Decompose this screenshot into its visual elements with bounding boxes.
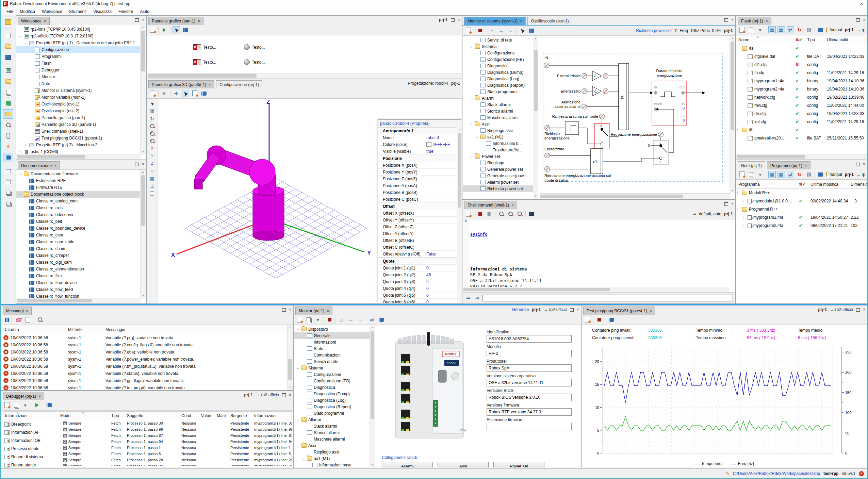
tab-workspace[interactable]: Workspace× bbox=[18, 17, 50, 25]
message-row[interactable]: ✕ 10/03/2022 10:36:58 sysm-1 Variabile (… bbox=[1, 341, 293, 348]
tree-item[interactable]: Stato programmi bbox=[463, 88, 533, 95]
help-query-icon[interactable]: ? bbox=[674, 28, 677, 33]
help-book-icon[interactable] bbox=[182, 27, 189, 33]
float-icon[interactable] bbox=[282, 393, 286, 397]
tree-item[interactable]: Shell comandi (shell-1) bbox=[16, 128, 141, 135]
refresh-icon[interactable]: ↻ bbox=[796, 171, 803, 178]
col-cond[interactable]: Cond bbox=[179, 413, 199, 418]
select-mode-icon[interactable] bbox=[182, 90, 189, 97]
close-icon[interactable]: × bbox=[44, 19, 46, 23]
property-row[interactable]: Posizione Y (posY) bbox=[378, 169, 457, 176]
tree-item[interactable]: Diagnostica bbox=[294, 384, 370, 391]
properties-icon[interactable] bbox=[149, 90, 156, 97]
tree-item[interactable]: Stato programmi bbox=[294, 410, 370, 416]
tree-item[interactable]: Pannello grafico (pan-1) bbox=[16, 114, 141, 121]
property-value[interactable]: robot-4 bbox=[426, 135, 457, 140]
properties-icon[interactable] bbox=[465, 211, 472, 217]
tree-item[interactable]: Monitor di sistema (sysm-1) bbox=[16, 87, 141, 94]
float-icon[interactable] bbox=[724, 202, 728, 206]
col-messaggio[interactable]: Messaggio bbox=[103, 327, 127, 332]
build-all-icon[interactable]: ▦ bbox=[778, 171, 785, 178]
tab-messaggi[interactable]: Messaggi× bbox=[3, 307, 32, 315]
stop-icon[interactable] bbox=[326, 316, 333, 323]
dropdown-icon[interactable]: ▾ bbox=[22, 402, 29, 408]
device-icon[interactable] bbox=[3, 66, 13, 75]
col-informazioni[interactable]: Informazioni bbox=[252, 413, 278, 418]
close-button[interactable]: ✕ bbox=[856, 2, 867, 6]
table-row[interactable]: rte.cfg ✔ config 19/04/2021 14:23:33 bbox=[736, 110, 867, 118]
tree-item[interactable]: › ax1 (M1) bbox=[294, 455, 370, 462]
property-value[interactable]: 0 bbox=[426, 300, 457, 303]
tree-item[interactable]: Diagnostica (Log) bbox=[463, 76, 533, 82]
property-row[interactable]: Offset bbox=[378, 203, 457, 210]
scroll-lock-icon[interactable] bbox=[486, 211, 493, 217]
back-icon[interactable]: ← bbox=[498, 27, 505, 34]
property-row[interactable]: Posizione Z (posZ) bbox=[378, 176, 457, 182]
monitor-tree-scrollbar[interactable]: ▲▼ bbox=[370, 325, 375, 467]
tree-item[interactable]: Programmi bbox=[16, 53, 141, 60]
expander-icon[interactable]: › bbox=[60, 427, 62, 431]
tree-item[interactable]: › Power set bbox=[463, 153, 533, 160]
property-row[interactable]: Quota joint 1 (qj1) 0 bbox=[378, 265, 457, 271]
tree-item[interactable]: Informazioni bbox=[294, 339, 370, 345]
expander-icon[interactable]: › bbox=[296, 418, 300, 422]
property-value[interactable]: true bbox=[426, 149, 457, 154]
field-value[interactable] bbox=[487, 394, 572, 401]
help-book-icon[interactable] bbox=[608, 316, 615, 323]
message-row[interactable]: ✕ 10/03/2022 10:36:58 sysm-1 Variabile (… bbox=[1, 348, 293, 356]
tree-item[interactable]: › ax1 (M1) bbox=[463, 134, 533, 140]
maximize-button[interactable]: □ bbox=[844, 2, 856, 6]
workspace-scrollbar[interactable]: ▲▼ bbox=[140, 25, 146, 154]
expander-icon[interactable]: › bbox=[18, 149, 22, 154]
col-soggetto[interactable]: Soggetto bbox=[125, 413, 179, 418]
save-icon[interactable] bbox=[3, 52, 13, 62]
send-command-icon[interactable]: ⇒ bbox=[465, 295, 472, 301]
property-value[interactable]: 45 bbox=[426, 272, 457, 277]
close-icon[interactable]: × bbox=[26, 309, 28, 313]
close-icon[interactable]: × bbox=[198, 19, 200, 23]
tree-item[interactable]: Riepilogo assi bbox=[463, 127, 533, 134]
properties-window-title[interactable]: pan3d-1:robot-4 (Proprietà) bbox=[378, 120, 461, 127]
table-row[interactable]: › myprogram2.r4a ✔ 09/02/2022 17:21:21 1… bbox=[736, 221, 867, 230]
tree-item[interactable]: › Documentazione firmware bbox=[16, 170, 141, 177]
tree-item[interactable]: Stato bbox=[294, 345, 370, 352]
output-folder-icon[interactable] bbox=[826, 172, 827, 177]
window-restore-icon[interactable] bbox=[3, 177, 13, 186]
col-mittente[interactable]: Mittente bbox=[66, 327, 103, 332]
breakpoint-row[interactable]: › Sempre Fetch Processo 1, passo 30 Ness… bbox=[58, 420, 292, 426]
pause-icon[interactable] bbox=[3, 316, 10, 323]
tree-item[interactable]: Classe rc_bounded_device bbox=[16, 225, 141, 232]
tree-item[interactable]: Comunicazioni bbox=[294, 352, 370, 358]
message-row[interactable]: ✕ 10/03/2022 10:36:58 sysm-1 Variabile (… bbox=[1, 356, 293, 363]
manual-icon[interactable] bbox=[805, 171, 812, 178]
close-icon[interactable]: × bbox=[805, 163, 807, 168]
dropdown-icon[interactable]: ▾ bbox=[757, 171, 764, 178]
breakpoint-row[interactable]: › Sempre Fetch Processo 1, passo 87 Ness… bbox=[58, 432, 292, 439]
copy-icon[interactable] bbox=[305, 316, 312, 323]
shell-mode-label[interactable]: default, auto bbox=[699, 212, 721, 216]
tree-item[interactable]: Diagnostica (Log) bbox=[294, 397, 370, 403]
expander-icon[interactable]: › bbox=[469, 45, 474, 49]
tree-item[interactable]: Classe rc_digi_cam bbox=[16, 259, 141, 266]
col-modifica[interactable]: Ultima modifica bbox=[808, 182, 849, 187]
scene-snapshot-icon[interactable] bbox=[149, 190, 155, 197]
close-panel-icon[interactable]: × bbox=[731, 17, 734, 22]
panel-widget-lamp-2[interactable]: Testo... bbox=[244, 59, 265, 65]
close-icon[interactable]: × bbox=[520, 19, 522, 23]
tree-item[interactable]: › Progetto RTE (prj-3) - Macchina 2 bbox=[16, 142, 141, 148]
shell-hscrollbar[interactable] bbox=[463, 287, 730, 292]
build-icon[interactable]: ▦ bbox=[769, 171, 775, 178]
property-value[interactable]: 0 bbox=[426, 293, 457, 298]
tab-osc1[interactable]: Oscilloscopio (osc-1) bbox=[527, 17, 572, 25]
scene-view-x-icon[interactable]: X bbox=[149, 145, 155, 152]
field-value[interactable] bbox=[487, 350, 572, 357]
scene-zoom-in-icon[interactable]: + bbox=[149, 130, 155, 137]
properties-icon[interactable] bbox=[3, 402, 10, 408]
tree-item[interactable]: Classe rc_cam_table bbox=[16, 238, 141, 245]
properties-icon[interactable] bbox=[149, 27, 156, 33]
properties-icon[interactable] bbox=[296, 316, 303, 323]
breakpoint-row[interactable]: › Sempre Fetch Processo 1, passo 94 Ness… bbox=[58, 439, 292, 445]
table-row[interactable]: › /fa ✔ bbox=[736, 44, 867, 52]
tree-item[interactable]: Diagnostica (Dump) bbox=[463, 69, 533, 76]
scene-zoom-icon[interactable] bbox=[149, 123, 155, 129]
